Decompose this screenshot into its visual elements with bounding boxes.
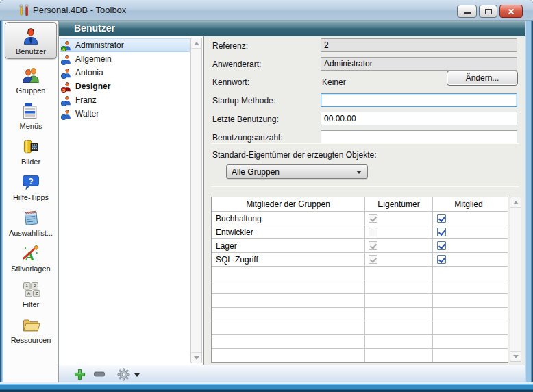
sidebar-item-gruppen[interactable]: Gruppen [3, 65, 58, 95]
sidebar-item-menus[interactable]: Menüs [3, 101, 58, 130]
user-list-item[interactable]: Walter [60, 107, 190, 121]
minus-icon [94, 371, 105, 377]
user-icon: A [62, 40, 72, 51]
table-row-empty [212, 334, 508, 348]
mitglied-checkbox[interactable] [437, 241, 446, 250]
window-border-bottom [0, 382, 533, 392]
groups-table-header: Mitglieder der Gruppen Eigentümer Mitgli… [212, 197, 508, 211]
scroll-down-icon[interactable] [191, 352, 201, 363]
eigentuemer-dropdown[interactable]: Alle Gruppen [226, 164, 368, 179]
close-icon [507, 8, 515, 16]
panel-divider [203, 36, 204, 365]
user-list: A Administrator Allgemein Antonia S Desi… [59, 36, 203, 365]
user-name: Antonia [75, 68, 103, 77]
sidebar-item-label: Benutzer [16, 47, 46, 56]
chevron-down-icon [356, 171, 362, 174]
user-icon [62, 95, 72, 106]
svg-text:Z: Z [35, 291, 38, 295]
remove-user-button[interactable] [92, 368, 106, 380]
scroll-up-icon[interactable] [191, 38, 201, 49]
anwenderart-field [321, 57, 517, 71]
chevron-down-icon[interactable] [134, 373, 140, 377]
user-list-item[interactable]: Antonia [60, 66, 190, 79]
section-title: Benutzer [59, 23, 115, 34]
window-title: Personal.4DB - Toolbox [33, 5, 126, 15]
groups-table-scrollbar[interactable] [510, 197, 521, 362]
table-row[interactable]: Lager [212, 238, 508, 252]
film-icon [21, 136, 41, 157]
close-button[interactable] [499, 5, 523, 18]
styles-icon: A [21, 243, 41, 264]
minimize-icon [464, 12, 471, 14]
minimize-button[interactable] [457, 5, 477, 18]
sidebar-item-auswahllisten[interactable]: Auswahllist... [3, 208, 58, 237]
user-badge [61, 101, 66, 106]
table-row-empty [212, 307, 508, 321]
groups-table-empty-rows [212, 266, 508, 362]
sidebar-item-benutzer[interactable]: Benutzer [5, 22, 57, 59]
user-list-item[interactable]: Franz [60, 93, 190, 107]
user-icon [62, 68, 72, 78]
section-header: Benutzer [59, 21, 525, 36]
startup-methode-label: Startup Methode: [212, 96, 275, 106]
user-icon: S [62, 82, 72, 92]
user-name: Walter [75, 109, 99, 119]
letzte-benutzung-field[interactable] [321, 112, 517, 125]
standard-eigentuemer-label: Standard-Eigentümer der erzeugten Objekt… [212, 150, 376, 160]
sidebar-item-stilvorlagen[interactable]: A Stilvorlagen [3, 243, 58, 273]
table-row-empty [212, 293, 508, 307]
user-list-item[interactable]: S Designer [60, 79, 190, 93]
app-window: Personal.4DB - Toolbox Benutzer [0, 0, 533, 392]
scroll-up-icon[interactable] [510, 197, 521, 208]
sidebar-item-filter[interactable]: 1 2 A Z Filter [3, 279, 58, 308]
svg-text:2: 2 [34, 283, 36, 288]
column-header: Mitglied [433, 197, 504, 211]
startup-methode-field[interactable] [321, 93, 517, 107]
actions-menu-button[interactable] [116, 368, 130, 380]
table-row[interactable]: Buchhaltung [212, 211, 508, 225]
mitglied-checkbox[interactable] [437, 214, 446, 223]
list-toolbar [59, 365, 525, 382]
scroll-down-icon[interactable] [510, 351, 521, 361]
menus-icon [21, 101, 41, 121]
svg-text:?: ? [28, 177, 33, 186]
user-list-item[interactable]: A Administrator [60, 38, 190, 52]
user-name: Designer [75, 82, 110, 91]
sidebar-item-label: Gruppen [16, 86, 46, 95]
mitglied-checkbox[interactable] [437, 228, 446, 236]
separator [211, 143, 519, 144]
add-user-button[interactable] [73, 368, 86, 380]
user-name: Allgemein [75, 54, 112, 64]
svg-text:1: 1 [26, 283, 29, 288]
referenz-label: Referenz: [212, 41, 248, 51]
user-badge: A [61, 46, 66, 51]
title-bar: Personal.4DB - Toolbox [0, 0, 533, 21]
benutzungsanzahl-field[interactable] [321, 130, 517, 144]
table-row[interactable]: Entwickler [212, 225, 508, 238]
table-row-empty [212, 280, 508, 293]
benutzungsanzahl-label: Benutzungsanzahl: [212, 133, 282, 143]
kennwort-value: Keiner [322, 77, 346, 87]
user-list-scrollbar[interactable] [190, 38, 202, 363]
sidebar-item-ressourcen[interactable]: Ressourcen [3, 315, 58, 344]
user-name: Franz [75, 95, 97, 105]
group-name: Buchhaltung [212, 212, 365, 225]
sidebar-item-label: Filter [23, 300, 39, 308]
group-name: SQL-Zugriff [212, 253, 365, 266]
user-name: Administrator [75, 40, 124, 50]
eigentuemer-checkbox [369, 214, 377, 223]
group-name: Lager [212, 239, 365, 252]
referenz-field [321, 38, 517, 52]
kennwort-aendern-button[interactable]: Ändern... [447, 71, 518, 86]
separator [211, 186, 519, 187]
mitglied-checkbox[interactable] [437, 255, 446, 264]
maximize-icon [485, 9, 492, 14]
eigentuemer-dropdown-value: Alle Gruppen [232, 167, 280, 177]
user-list-item[interactable]: Allgemein [60, 52, 190, 66]
groups-icon [21, 65, 41, 86]
table-row[interactable]: SQL-Zugriff [212, 252, 508, 266]
sidebar-item-hilfe-tipps[interactable]: ? Hilfe-Tipps [3, 172, 58, 201]
maximize-button[interactable] [479, 5, 497, 18]
table-row-empty [212, 266, 508, 280]
sidebar-item-bilder[interactable]: Bilder [3, 136, 58, 166]
